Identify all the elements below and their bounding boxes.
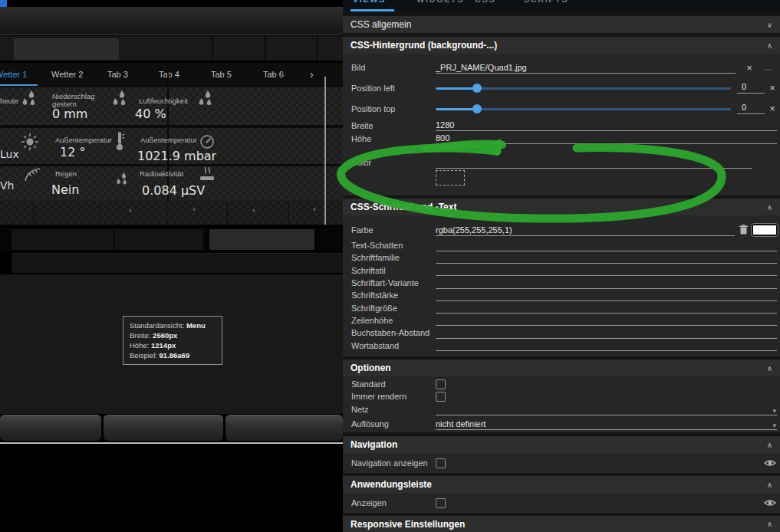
widget-label: Niederschlag gestern	[52, 93, 100, 108]
farbe-color-swatch[interactable]	[752, 224, 778, 236]
section-css-allgemein[interactable]: CSS allgemein ∨	[343, 16, 780, 33]
schriftgroesse-input[interactable]	[436, 302, 777, 314]
toolbar-segment-highlighted[interactable]	[209, 229, 314, 250]
farbe-input[interactable]: rgba(255,255,255,1)	[436, 225, 735, 236]
mini-chevron-up-icon[interactable]: ▴	[129, 206, 132, 213]
field-label: Breite	[351, 121, 436, 130]
tab-3[interactable]: Tab 3	[107, 70, 128, 79]
section-responsive[interactable]: Responsive Einstellungen ∧	[343, 516, 780, 532]
info-value: 91.86a69	[160, 351, 190, 360]
clear-bild-icon[interactable]: ×	[742, 62, 757, 74]
field-row-schriftfamilie: Schriftfamilie	[351, 251, 780, 264]
position-top-value-input[interactable]: 0	[737, 103, 765, 114]
zeilenhoehe-input[interactable]	[436, 314, 777, 326]
field-row-navigation-anzeigen: Navigation anzeigen	[351, 455, 780, 471]
chevron-up-icon[interactable]: ∧	[767, 520, 772, 528]
anzeigen-checkbox[interactable]	[436, 498, 446, 508]
mini-chevron-up-icon[interactable]: ▴	[252, 206, 255, 213]
section-navigation[interactable]: Navigation ∧	[343, 436, 780, 453]
section-optionen[interactable]: Optionen ∧	[343, 360, 780, 376]
panel-tab-views[interactable]: VIEWS	[353, 0, 386, 4]
text-schatten-input[interactable]	[436, 240, 777, 251]
section-title: CSS allgemein	[351, 19, 411, 30]
field-row-schriftstil: Schriftstil	[351, 264, 780, 277]
immer-rendern-checkbox[interactable]	[436, 392, 446, 402]
breite-input[interactable]: 1280	[436, 120, 777, 131]
position-top-slider[interactable]	[436, 103, 731, 114]
clear-position-left-icon[interactable]: ×	[765, 82, 780, 94]
position-left-value-input[interactable]: 0	[737, 82, 765, 94]
bottom-button[interactable]	[104, 415, 223, 441]
schriftfamilie-input[interactable]	[436, 252, 777, 264]
panel-tab-css[interactable]: CSS	[475, 0, 495, 4]
aufloesung-select[interactable]: nicht definiert ▾	[436, 419, 777, 430]
smoke-radiation-icon	[199, 166, 216, 182]
schriftstil-input[interactable]	[436, 264, 777, 276]
mini-chevron-down-icon[interactable]: ▾	[193, 206, 196, 213]
chevron-up-icon[interactable]: ∧	[767, 41, 772, 50]
tab-wetter-1[interactable]: Wetter 1	[0, 70, 27, 79]
field-label: Schriftgröße	[351, 304, 436, 313]
slider-thumb[interactable]	[472, 84, 482, 93]
standard-checkbox[interactable]	[436, 379, 446, 389]
schriftart-variante-input[interactable]	[436, 277, 777, 289]
info-line: Breite: 2560px	[130, 330, 216, 340]
color-swatch-placeholder[interactable]	[436, 170, 465, 186]
chevron-up-icon[interactable]: ∧	[767, 441, 772, 449]
bottom-button[interactable]	[225, 415, 343, 441]
field-row-hoehe: Höhe 800	[351, 132, 780, 145]
mini-chevron-down-icon[interactable]: ▾	[313, 206, 316, 213]
hoehe-input[interactable]: 800	[436, 133, 777, 144]
bild-value: _PRJ_NAME/Quad1.jpg	[436, 63, 527, 72]
tab-wetter-2[interactable]: Wetter 2	[51, 70, 83, 79]
info-value: 1214px	[151, 341, 176, 350]
section-css-schriftart[interactable]: CSS-Schriftart und -Text ∧	[343, 199, 780, 215]
lower-bar	[12, 253, 343, 273]
panel-tab-widgets[interactable]: WIDGETS	[416, 0, 464, 4]
schriftstaerke-input[interactable]	[436, 290, 777, 301]
tab-6[interactable]: Tab 6	[263, 70, 284, 79]
clear-position-top-icon[interactable]: ×	[765, 103, 780, 114]
section-anwendungsleiste[interactable]: Anwendungsleiste ∧	[343, 476, 780, 493]
preview-toggle[interactable]	[764, 458, 776, 468]
slider-thumb[interactable]	[472, 104, 482, 113]
section-css-hintergrund[interactable]: CSS-Hintergrund (background-...) ∧	[343, 37, 780, 54]
chevron-down-icon[interactable]: ∨	[767, 21, 772, 29]
info-line: Höhe: 1214px	[130, 340, 216, 350]
screen: Wetter 1 Wetter 2 Tab 3 Tab 4 Tab 5 Tab …	[0, 0, 780, 532]
dashboard-header-bar	[0, 7, 343, 35]
toolbar-tab-box[interactable]	[14, 38, 119, 60]
widget-label: Luftfeuchtigkeit	[139, 97, 188, 105]
browse-image-icon[interactable]: …	[757, 62, 780, 73]
color-swatch-row	[351, 168, 780, 188]
chevron-up-icon[interactable]: ∧	[767, 364, 772, 373]
tab-5[interactable]: Tab 5	[211, 70, 232, 79]
collapsed-widget-band[interactable]: ▴ ▾ ▴ ▾	[0, 201, 343, 226]
netz-select[interactable]: ▾	[436, 404, 777, 415]
bild-input[interactable]: _PRJ_NAME/Quad1.jpg	[436, 62, 736, 74]
widget-value: 1021.9 mbar	[137, 149, 216, 163]
preview-toggle[interactable]	[764, 498, 776, 507]
chevron-up-icon[interactable]: ∧	[767, 203, 772, 212]
toolbar-segment[interactable]	[12, 229, 114, 250]
tab-4[interactable]: Tab 4	[159, 70, 179, 79]
tab-overflow-arrow-icon[interactable]: ›	[310, 68, 314, 80]
delete-color-button[interactable]	[739, 225, 748, 235]
field-row-standard: Standard	[351, 378, 780, 390]
row-divider	[0, 164, 343, 166]
position-left-slider[interactable]	[436, 83, 731, 94]
color-input[interactable]	[436, 157, 752, 169]
bottom-button[interactable]	[0, 415, 101, 441]
panel-tab-scripts[interactable]: SCRIPTS	[524, 0, 568, 4]
editor-canvas: Wetter 1 Wetter 2 Tab 3 Tab 4 Tab 5 Tab …	[0, 0, 343, 532]
view-info-box[interactable]: Standardansicht: Menu Breite: 2560px Höh…	[123, 316, 222, 365]
wortabstand-input[interactable]	[436, 340, 777, 351]
toolbar-segment[interactable]	[115, 229, 203, 250]
navigation-anzeigen-checkbox[interactable]	[436, 458, 446, 468]
band-seam	[33, 201, 34, 226]
lower-toolbar-band	[0, 228, 343, 251]
field-label: Text-Schatten	[351, 241, 436, 250]
raindrops-icon	[116, 172, 130, 191]
buchstaben-abstand-input[interactable]	[436, 327, 777, 339]
chevron-up-icon[interactable]: ∧	[767, 481, 772, 489]
